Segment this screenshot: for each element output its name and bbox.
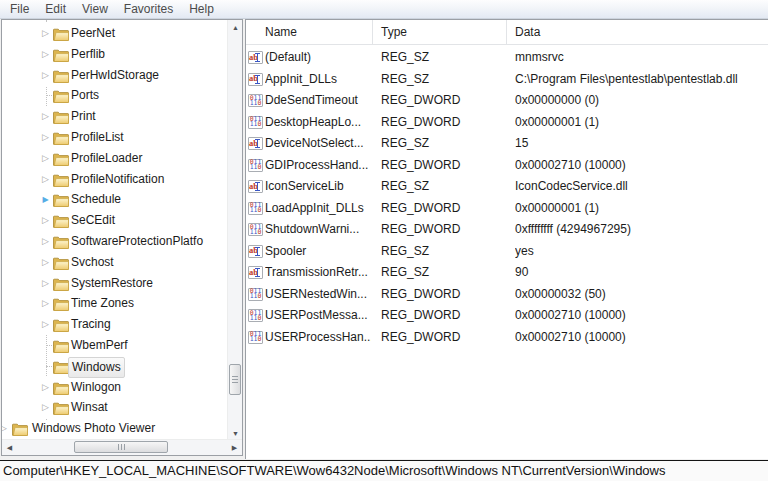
string-value-icon: ab [248, 73, 263, 86]
tree-item-label: Windows Photo Viewer [29, 418, 158, 439]
column-header-name[interactable]: Name [246, 20, 373, 45]
value-name: ShutdownWarni... [265, 219, 371, 241]
tree-item[interactable]: ▷Time Zones [2, 293, 227, 314]
expand-chevron-icon[interactable]: ▷ [40, 397, 51, 418]
tree-horizontal-scrollbar[interactable]: ◀ ▶ [2, 439, 242, 455]
folder-icon [53, 256, 69, 269]
folder-icon [53, 297, 69, 310]
tree-item-label: Winlogon [68, 377, 124, 398]
tree-item[interactable]: ▷SoftwareProtectionPlatfo [2, 231, 227, 252]
expand-chevron-icon[interactable]: ▷ [40, 293, 51, 314]
scroll-right-icon[interactable]: ▶ [227, 440, 242, 455]
tree-item[interactable]: ▷SystemRestore [2, 273, 227, 294]
tree-item[interactable]: ▷Print [2, 106, 227, 127]
menu-view[interactable]: View [74, 1, 116, 18]
tree-item[interactable]: Ports [2, 85, 227, 106]
expand-chevron-icon[interactable]: ▷ [40, 314, 51, 335]
value-name: GDIProcessHand... [265, 155, 371, 177]
tree-item-label: Print [68, 106, 99, 127]
expand-chevron-icon[interactable]: ▷ [40, 65, 51, 86]
expand-chevron-icon[interactable]: ▷ [40, 23, 51, 44]
value-name: LoadAppInit_DLLs [265, 198, 371, 220]
expand-chevron-icon[interactable]: ▷ [40, 44, 51, 65]
expand-chevron-icon[interactable]: ▷ [2, 418, 9, 439]
tree-item[interactable]: ▷ProfileNotification [2, 169, 227, 190]
menu-file[interactable]: File [2, 1, 37, 18]
tree-item-label: Schedule [68, 189, 124, 210]
column-header-data[interactable]: Data [507, 20, 768, 45]
dword-value-icon: 011110 [248, 331, 263, 344]
tree-item-label: SystemRestore [68, 273, 156, 294]
tree-item[interactable]: ▷Winlogon [2, 377, 227, 398]
value-row[interactable]: abAppInit_DLLsREG_SZC:\Program Files\pen… [246, 69, 768, 91]
value-row[interactable]: 011110USERPostMessa...REG_DWORD0x0000271… [246, 305, 768, 327]
scroll-up-icon[interactable]: ▲ [228, 20, 243, 35]
value-row[interactable]: 011110DesktopHeapLo...REG_DWORD0x0000000… [246, 112, 768, 134]
tree-item[interactable]: ▷ProfileList [2, 127, 227, 148]
column-header-type[interactable]: Type [373, 20, 507, 45]
value-row[interactable]: 011110USERProcessHan...REG_DWORD0x000027… [246, 327, 768, 349]
dword-value-icon: 011110 [248, 116, 263, 129]
tree-item[interactable]: Windows [2, 356, 227, 377]
folder-icon [53, 214, 69, 227]
menu-favorites[interactable]: Favorites [116, 1, 181, 18]
tree-vertical-scrollbar[interactable]: ▲ ▼ [227, 20, 242, 441]
value-row[interactable]: abIconServiceLibREG_SZIconCodecService.d… [246, 176, 768, 198]
value-type: REG_DWORD [381, 198, 505, 220]
tree-item-label: ProfileList [68, 127, 127, 148]
expand-chevron-icon[interactable]: ▷ [40, 231, 51, 252]
value-row[interactable]: abTransmissionRetr...REG_SZ90 [246, 262, 768, 284]
value-row[interactable]: 011110DdeSendTimeoutREG_DWORD0x00000000 … [246, 90, 768, 112]
value-row[interactable]: 011110LoadAppInit_DLLsREG_DWORD0x0000000… [246, 198, 768, 220]
value-name: USERPostMessa... [265, 305, 371, 327]
expand-chevron-icon[interactable]: ▷ [40, 273, 51, 294]
value-type: REG_SZ [381, 176, 505, 198]
value-type: REG_SZ [381, 47, 505, 69]
value-row[interactable]: 011110USERNestedWin...REG_DWORD0x0000003… [246, 284, 768, 306]
tree-item[interactable]: ▷Perflib [2, 44, 227, 65]
expand-chevron-icon[interactable]: ▷ [40, 148, 51, 169]
value-type: REG_SZ [381, 133, 505, 155]
folder-icon [53, 401, 69, 414]
tree-item[interactable]: ▷Windows Photo Viewer [2, 418, 227, 439]
list-header: Name Type Data [246, 20, 768, 45]
value-name: DesktopHeapLo... [265, 112, 371, 134]
tree-item[interactable]: ▷ProfileLoader [2, 148, 227, 169]
tree-item-label-selected: Windows [68, 357, 125, 378]
tree-item[interactable]: WbemPerf [2, 335, 227, 356]
folder-icon [53, 277, 69, 290]
expand-chevron-icon[interactable]: ▶ [40, 189, 51, 210]
value-row[interactable]: 011110ShutdownWarni...REG_DWORD0xfffffff… [246, 219, 768, 241]
value-data: 0x00002710 (10000) [515, 305, 764, 327]
value-type: REG_DWORD [381, 112, 505, 134]
horizontal-scroll-thumb[interactable] [74, 441, 168, 453]
expand-chevron-icon[interactable]: ▷ [40, 127, 51, 148]
expand-chevron-icon[interactable]: ▷ [40, 106, 51, 127]
value-data: 90 [515, 262, 764, 284]
tree-item[interactable]: ▷Tracing [2, 314, 227, 335]
value-row[interactable]: 011110GDIProcessHand...REG_DWORD0x000027… [246, 155, 768, 177]
expand-chevron-icon[interactable]: ▷ [40, 377, 51, 398]
value-row[interactable]: abDeviceNotSelect...REG_SZ15 [246, 133, 768, 155]
scroll-left-icon[interactable]: ◀ [2, 440, 17, 455]
expand-chevron-icon[interactable]: ▷ [40, 210, 51, 231]
tree-item[interactable]: ▷Winsat [2, 397, 227, 418]
menu-help[interactable]: Help [181, 1, 222, 18]
tree-item-label: Winsat [68, 397, 111, 418]
menu-edit[interactable]: Edit [37, 1, 74, 18]
string-value-icon: ab [248, 180, 263, 193]
registry-path: Computer\HKEY_LOCAL_MACHINE\SOFTWARE\Wow… [3, 461, 666, 481]
expand-chevron-icon[interactable]: ▷ [40, 169, 51, 190]
tree-view: ▷PeerNet▷Perflib▷PerHwIdStoragePorts▷Pri… [2, 20, 227, 439]
tree-item[interactable]: ▷PeerNet [2, 23, 227, 44]
value-name: Spooler [265, 241, 371, 263]
vertical-scroll-thumb[interactable] [229, 364, 241, 395]
value-row[interactable]: ab(Default)REG_SZmnmsrvc [246, 47, 768, 69]
tree-item[interactable]: ▷Svchost [2, 252, 227, 273]
tree-item[interactable]: ▷PerHwIdStorage [2, 65, 227, 86]
value-type: REG_SZ [381, 262, 505, 284]
expand-chevron-icon[interactable]: ▷ [40, 252, 51, 273]
tree-item[interactable]: ▷SeCEdit [2, 210, 227, 231]
tree-item[interactable]: ▶Schedule [2, 189, 227, 210]
value-row[interactable]: abSpoolerREG_SZyes [246, 241, 768, 263]
